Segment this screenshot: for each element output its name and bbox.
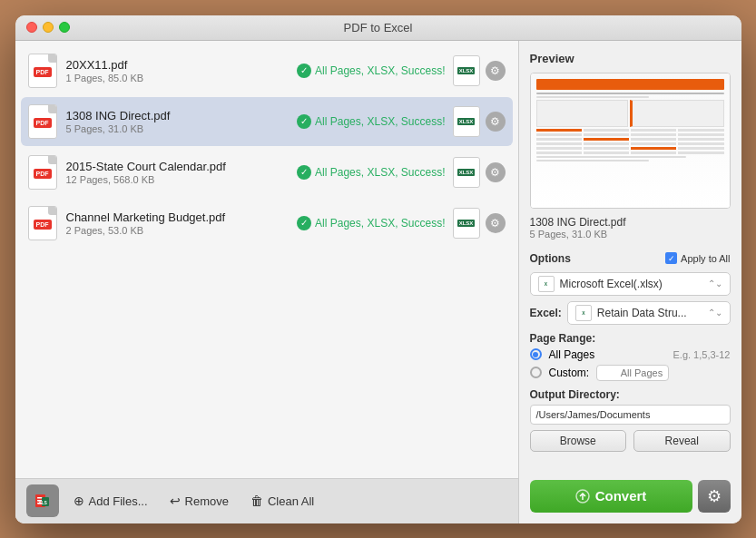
add-files-icon: ⊕ <box>74 494 84 508</box>
preview-label: Preview <box>530 52 731 65</box>
status-text-3: All Pages, XLSX, Success! <box>315 166 445 179</box>
preview-thumb-inner <box>531 73 730 208</box>
format-icon: X <box>538 276 555 292</box>
format-chevron: ⌃⌄ <box>708 279 722 289</box>
svg-text:XLS: XLS <box>38 500 47 505</box>
window-title: PDF to Excel <box>344 21 413 34</box>
xlsx-icon-1[interactable]: XLSX <box>453 55 480 86</box>
all-pages-radio[interactable] <box>530 348 542 360</box>
file-item-3[interactable]: PDF 2015-State Court Calendar.pdf 12 Pag… <box>21 148 513 197</box>
reveal-button[interactable]: Reveal <box>633 430 731 452</box>
file-list-panel: PDF 20XX11.pdf 1 Pages, 85.0 KB ✓ All Pa… <box>15 41 519 523</box>
all-pages-label: All Pages <box>549 348 595 361</box>
pdf-icon-3: PDF <box>28 155 57 190</box>
check-icon-3: ✓ <box>297 165 311 180</box>
app-icon: XLS <box>26 484 59 517</box>
custom-radio-row: Custom: <box>530 365 731 381</box>
maximize-button[interactable] <box>59 22 70 33</box>
convert-icon <box>575 489 590 504</box>
file-status-2: ✓ All Pages, XLSX, Success! <box>297 114 445 129</box>
check-icon-1: ✓ <box>297 64 311 78</box>
remove-label: Remove <box>185 494 229 508</box>
file-gear-3[interactable]: ⚙ <box>486 162 506 182</box>
status-text-1: All Pages, XLSX, Success! <box>315 64 445 77</box>
file-gear-1[interactable]: ⚙ <box>486 61 506 81</box>
file-status-3: ✓ All Pages, XLSX, Success! <box>297 165 445 180</box>
apply-to-all[interactable]: ✓ Apply to All <box>665 252 730 264</box>
excel-label: Excel: <box>530 307 562 319</box>
retain-label: Retain Data Stru... <box>597 307 687 319</box>
output-dir-label: Output Directory: <box>530 388 731 401</box>
clean-all-button[interactable]: 🗑 Clean All <box>243 490 321 512</box>
file-list: PDF 20XX11.pdf 1 Pages, 85.0 KB ✓ All Pa… <box>15 41 518 478</box>
browse-button[interactable]: Browse <box>530 430 627 452</box>
custom-label: Custom: <box>549 367 590 379</box>
settings-button[interactable]: ⚙ <box>698 480 731 513</box>
custom-range-input[interactable] <box>596 365 669 381</box>
output-section: Output Directory: /Users/James/Documents… <box>530 388 731 452</box>
pdf-icon-1: PDF <box>28 54 57 88</box>
output-path-display: /Users/James/Documents <box>530 405 731 425</box>
all-pages-radio-row: All Pages E.g. 1,5,3-12 <box>530 348 731 361</box>
preview-panel: Preview <box>519 41 741 523</box>
file-toolbar: XLS ⊕ Add Files... ↩ Remove 🗑 Clean All <box>15 478 518 523</box>
file-name-2: 1308 ING Direct.pdf <box>66 109 298 122</box>
retain-select[interactable]: X Retain Data Stru... ⌃⌄ <box>567 301 731 325</box>
file-meta-4: 2 Pages, 53.0 KB <box>66 225 298 236</box>
format-select[interactable]: X Microsoft Excel(.xlsx) ⌃⌄ <box>530 272 731 296</box>
check-icon-4: ✓ <box>297 216 311 230</box>
file-meta-1: 1 Pages, 85.0 KB <box>66 73 298 83</box>
file-gear-2[interactable]: ⚙ <box>486 112 506 132</box>
format-label: Microsoft Excel(.xlsx) <box>560 278 663 290</box>
apply-all-checkbox[interactable]: ✓ <box>665 252 677 264</box>
pdf-icon-2: PDF <box>28 104 57 139</box>
file-item-1[interactable]: PDF 20XX11.pdf 1 Pages, 85.0 KB ✓ All Pa… <box>21 46 513 95</box>
add-files-button[interactable]: ⊕ Add Files... <box>66 490 155 512</box>
file-meta-2: 5 Pages, 31.0 KB <box>66 123 298 134</box>
xlsx-icon-4[interactable]: XLSX <box>453 208 480 239</box>
clean-all-label: Clean All <box>268 494 314 508</box>
close-button[interactable] <box>26 22 37 33</box>
convert-button[interactable]: Convert <box>530 480 692 513</box>
add-files-label: Add Files... <box>89 494 148 508</box>
range-hint: E.g. 1,5,3-12 <box>673 349 731 360</box>
main-window: PDF to Excel PDF 20XX11.pdf 1 Pages, 85.… <box>15 15 741 523</box>
pdf-icon-4: PDF <box>28 206 57 240</box>
page-range-label: Page Range: <box>530 332 731 345</box>
file-name-3: 2015-State Court Calendar.pdf <box>66 160 298 173</box>
retain-chevron: ⌃⌄ <box>708 308 722 318</box>
file-info-1: 20XX11.pdf 1 Pages, 85.0 KB <box>66 58 298 83</box>
convert-label: Convert <box>595 488 647 504</box>
titlebar: PDF to Excel <box>15 15 741 41</box>
file-status-1: ✓ All Pages, XLSX, Success! <box>297 64 445 78</box>
traffic-lights <box>26 22 70 33</box>
file-name-4: Channel Marketing Budget.pdf <box>66 210 298 224</box>
check-icon-2: ✓ <box>297 114 311 129</box>
file-gear-4[interactable]: ⚙ <box>486 213 506 233</box>
file-item-2[interactable]: PDF 1308 ING Direct.pdf 5 Pages, 31.0 KB… <box>21 97 513 146</box>
retain-icon: X <box>575 305 592 321</box>
clean-icon: 🗑 <box>250 494 263 508</box>
preview-thumbnail <box>530 73 731 209</box>
file-info-4: Channel Marketing Budget.pdf 2 Pages, 53… <box>66 210 298 236</box>
file-info-3: 2015-State Court Calendar.pdf 12 Pages, … <box>66 160 298 185</box>
xlsx-icon-3[interactable]: XLSX <box>453 157 480 188</box>
file-status-4: ✓ All Pages, XLSX, Success! <box>297 216 445 230</box>
page-range-section: Page Range: All Pages E.g. 1,5,3-12 Cust… <box>530 332 731 381</box>
remove-icon: ↩ <box>170 494 181 508</box>
excel-row: Excel: X Retain Data Stru... ⌃⌄ <box>530 301 731 325</box>
main-content: PDF 20XX11.pdf 1 Pages, 85.0 KB ✓ All Pa… <box>15 41 741 523</box>
file-name-1: 20XX11.pdf <box>66 58 298 72</box>
options-section: Options ✓ Apply to All X Microsoft Excel… <box>530 252 731 457</box>
custom-radio[interactable] <box>530 367 542 378</box>
preview-filemeta: 5 Pages, 31.0 KB <box>530 229 731 240</box>
file-meta-3: 12 Pages, 568.0 KB <box>66 174 298 185</box>
remove-button[interactable]: ↩ Remove <box>162 490 236 512</box>
xlsx-icon-2[interactable]: XLSX <box>453 106 480 137</box>
output-buttons: Browse Reveal <box>530 430 731 452</box>
settings-icon: ⚙ <box>707 486 722 506</box>
minimize-button[interactable] <box>43 22 54 33</box>
file-item-4[interactable]: PDF Channel Marketing Budget.pdf 2 Pages… <box>21 199 513 248</box>
options-label: Options <box>530 252 571 265</box>
file-info-2: 1308 ING Direct.pdf 5 Pages, 31.0 KB <box>66 109 298 134</box>
